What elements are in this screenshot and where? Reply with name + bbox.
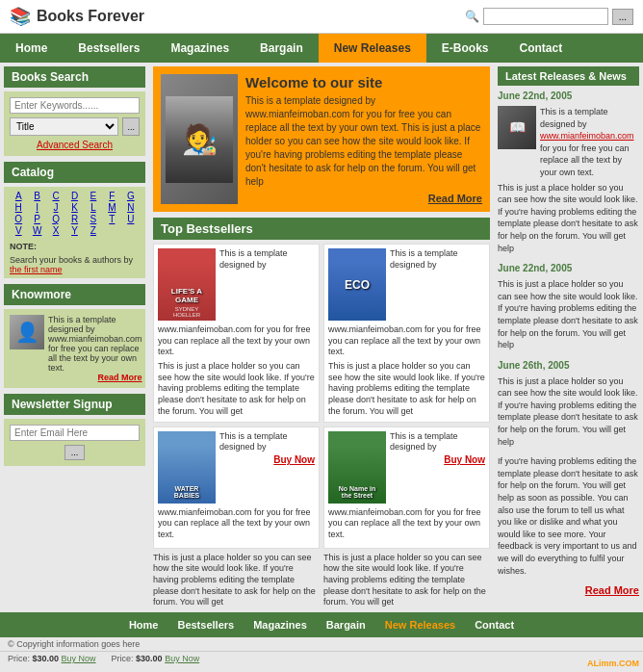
book-cover-title-1: LIFE'S A GAME	[161, 285, 213, 306]
buy-now-footer-2[interactable]: Buy Now	[165, 654, 199, 663]
title-select[interactable]: Title	[10, 117, 118, 136]
newsletter-section: Newsletter Signup ...	[4, 394, 145, 466]
header-search-area: 🔍 ...	[465, 8, 633, 25]
center-bottom-desc-2: This is just a place holder so you can s…	[323, 553, 490, 608]
welcome-desc: This is a template designed by www.mianf…	[245, 94, 482, 189]
alpha-m[interactable]: M	[103, 202, 120, 213]
watermark: ALimm.COM	[587, 659, 639, 665]
footer-home[interactable]: Home	[119, 616, 168, 633]
book-info-text-2: This is a template designed by	[390, 248, 458, 270]
copyright-text: © Copyright information goes here	[8, 639, 140, 649]
book-url-1: www.mianfeimoban.com for you for free yo…	[158, 324, 315, 358]
alpha-k[interactable]: K	[65, 202, 83, 213]
knowmore-section: Knowmore 👤 This is a template designed b…	[4, 284, 145, 388]
book-info-1: This is a template designed by	[219, 248, 315, 321]
nav-home[interactable]: Home	[0, 34, 63, 63]
nav-new-releases[interactable]: New Releases	[319, 34, 426, 63]
catalog-note-text: Search your books & authors by	[10, 255, 133, 265]
footer-new-releases[interactable]: New Releases	[375, 616, 465, 633]
subscribe-button[interactable]: ...	[64, 445, 86, 460]
price-label-2: Price:	[112, 654, 137, 663]
alpha-t[interactable]: T	[103, 214, 120, 224]
nav-bargain[interactable]: Bargain	[244, 34, 319, 63]
book-desc-2: This is just a place holder so you can s…	[328, 361, 485, 417]
catalog-section: Catalog A B C D E F G H I J K L M N	[4, 162, 145, 278]
logo-text: Books Forever	[37, 8, 144, 25]
alpha-y[interactable]: Y	[65, 225, 83, 236]
alpha-grid: A B C D E F G H I J K L M N O P Q	[10, 191, 140, 236]
keyword-input[interactable]	[10, 97, 140, 114]
alpha-o[interactable]: O	[10, 214, 27, 224]
knowmore-desc: This is a template designed by www.mianf…	[48, 315, 142, 373]
alpha-g[interactable]: G	[122, 191, 140, 201]
book-info-text-4: This is a template designed by	[390, 431, 458, 452]
knowmore-text: This is a template designed by www.mianf…	[48, 315, 142, 382]
price-value-1: $30.00	[33, 654, 60, 663]
alpha-p[interactable]: P	[28, 214, 45, 224]
footer-bestsellers[interactable]: Bestsellers	[167, 616, 244, 633]
footer-bargain[interactable]: Bargain	[317, 616, 375, 633]
alpha-w[interactable]: W	[28, 225, 45, 236]
buy-now-3[interactable]: Buy Now	[219, 453, 315, 466]
book-info-text-3: This is a template designed by	[219, 431, 288, 452]
nav-magazines[interactable]: Magazines	[155, 34, 244, 63]
nav-contact[interactable]: Contact	[504, 34, 579, 63]
knowmore-read-more[interactable]: Read More	[48, 373, 142, 382]
books-search-title: Books Search	[4, 66, 145, 88]
left-sidebar: Books Search Title ... Advanced Search C…	[0, 63, 149, 612]
alpha-q[interactable]: Q	[47, 214, 64, 224]
book-url-2: www.mianfeimoban.com for you for free yo…	[328, 324, 485, 358]
advanced-search-link[interactable]: Advanced Search	[10, 140, 140, 150]
news-read-more[interactable]: Read More	[498, 584, 639, 596]
alpha-s[interactable]: S	[85, 214, 102, 224]
news-long-text: If you're having problems editing the te…	[498, 455, 639, 577]
alpha-empty1	[103, 225, 120, 236]
news-text-3: This is just a place holder so you can s…	[498, 375, 639, 449]
alpha-c[interactable]: C	[47, 191, 64, 201]
welcome-person-image: 🧑‍🎨	[166, 96, 233, 183]
go-button[interactable]: ...	[122, 117, 140, 136]
nav-bestsellers[interactable]: Bestsellers	[63, 34, 155, 63]
alpha-j[interactable]: J	[47, 202, 64, 213]
news-date-2: June 22nd, 2005	[498, 262, 639, 275]
alpha-x[interactable]: X	[47, 225, 64, 236]
buy-now-footer-1[interactable]: Buy Now	[62, 654, 96, 663]
price-value-2: $30.00	[136, 654, 163, 663]
buy-now-4[interactable]: Buy Now	[390, 453, 485, 466]
alpha-a[interactable]: A	[10, 191, 27, 201]
alpha-i[interactable]: I	[28, 202, 45, 213]
alpha-h[interactable]: H	[10, 202, 27, 213]
nav-ebooks[interactable]: E-Books	[426, 34, 504, 63]
news-item-2: June 22nd, 2005 This is just a place hol…	[498, 262, 639, 351]
alpha-e[interactable]: E	[85, 191, 102, 201]
footer-contact[interactable]: Contact	[465, 616, 524, 633]
alpha-l[interactable]: L	[85, 202, 102, 213]
email-input[interactable]	[10, 425, 140, 441]
search-button[interactable]: ...	[612, 9, 633, 25]
news-item-3: June 26th, 2005 This is just a place hol…	[498, 359, 639, 449]
site-logo: 📚 Books Forever	[10, 6, 144, 27]
books-grid: LIFE'S A GAME SYDNEY HOELLER This is a t…	[153, 244, 490, 549]
alpha-v[interactable]: V	[10, 225, 27, 236]
alpha-b[interactable]: B	[28, 191, 45, 201]
alpha-u[interactable]: U	[122, 214, 140, 224]
book-icon: 📚	[10, 6, 31, 27]
welcome-read-more[interactable]: Read More	[245, 193, 482, 204]
alpha-d[interactable]: D	[65, 191, 83, 201]
welcome-title: Welcome to our site	[245, 74, 482, 90]
price-item-1: Price: $30.00 Buy Now	[8, 654, 96, 663]
first-name-link[interactable]: the first name	[10, 265, 63, 274]
alpha-z[interactable]: Z	[85, 225, 102, 236]
footer-magazines[interactable]: Magazines	[244, 616, 317, 633]
alpha-r[interactable]: R	[65, 214, 83, 224]
news-link-1[interactable]: www.mianfeimoban.com	[540, 131, 634, 141]
search-input[interactable]	[483, 8, 608, 25]
alpha-f[interactable]: F	[103, 191, 120, 201]
news-text-1: This is a template designed by www.mianf…	[540, 106, 639, 179]
book-cover-4: No Name in the Street	[328, 431, 386, 504]
newsletter-content: ...	[4, 419, 145, 466]
main-nav: Home Bestsellers Magazines Bargain New R…	[0, 34, 643, 63]
news-image-1: 📖	[498, 106, 536, 149]
news-date-3: June 26th, 2005	[498, 359, 639, 373]
alpha-n[interactable]: N	[122, 202, 140, 213]
